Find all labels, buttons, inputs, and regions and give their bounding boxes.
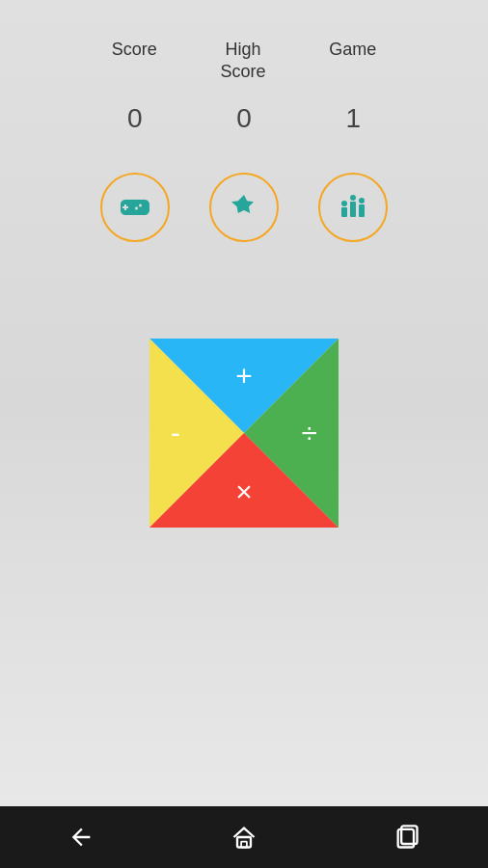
score-labels-row: Score High Score Game bbox=[80, 39, 408, 84]
score-value: 0 bbox=[127, 103, 143, 134]
gamepad-icon bbox=[118, 190, 152, 225]
svg-point-5 bbox=[359, 198, 365, 203]
back-icon bbox=[68, 824, 95, 851]
score-values-row: 0 0 1 bbox=[80, 103, 408, 134]
star-icon bbox=[227, 190, 261, 225]
recents-button[interactable] bbox=[378, 808, 436, 866]
game-value: 1 bbox=[346, 103, 362, 134]
svg-rect-2 bbox=[359, 204, 365, 217]
back-button[interactable] bbox=[52, 808, 110, 866]
svg-rect-0 bbox=[341, 207, 347, 217]
recents-icon bbox=[393, 824, 420, 851]
high-score-label: High Score bbox=[220, 39, 265, 84]
home-button[interactable] bbox=[215, 808, 273, 866]
high-score-value: 0 bbox=[236, 103, 252, 134]
svg-point-3 bbox=[341, 201, 347, 206]
leaderboard-icon bbox=[336, 190, 370, 225]
svg-rect-1 bbox=[350, 202, 356, 217]
gamepad-button[interactable] bbox=[100, 173, 170, 242]
score-label: Score bbox=[112, 39, 157, 84]
nav-bar bbox=[0, 806, 488, 868]
math-diamond[interactable]: + - ÷ × bbox=[149, 339, 339, 528]
icon-circles-row bbox=[80, 173, 408, 242]
leaderboard-button[interactable] bbox=[318, 173, 388, 242]
svg-point-4 bbox=[350, 195, 356, 201]
home-icon bbox=[230, 824, 258, 851]
star-button[interactable] bbox=[209, 173, 279, 242]
diamond-svg bbox=[149, 339, 339, 528]
main-content: Score High Score Game 0 0 1 bbox=[0, 0, 488, 806]
svg-rect-11 bbox=[241, 842, 247, 848]
game-label: Game bbox=[329, 39, 376, 84]
